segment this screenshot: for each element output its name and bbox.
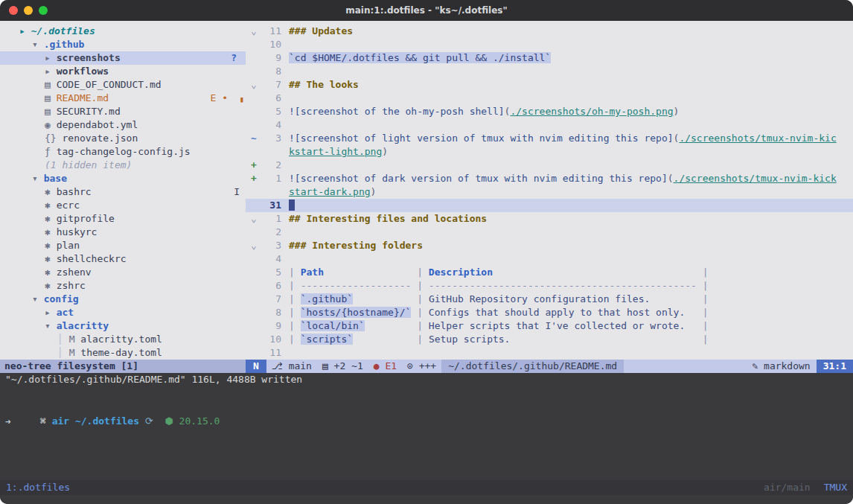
editor-line[interactable]: ⌄11### Updates (246, 25, 853, 38)
file-tree-pane: ▸ ~/.dotfiles▾ .github▸ screenshots?▸ wo… (0, 21, 246, 363)
code-token (324, 267, 411, 278)
line-number: 7 (262, 78, 281, 92)
close-button[interactable] (9, 6, 18, 15)
code-token: Setup scripts. (429, 334, 511, 345)
code-token: | (697, 280, 709, 291)
editor-line[interactable]: ⌄1## Interesting files and locations (246, 212, 853, 226)
cursor-position: 31:1 (817, 360, 853, 373)
tree-row[interactable]: ✱ ecrc (0, 199, 246, 212)
tree-row[interactable]: ▾ base (0, 172, 246, 185)
tree-row[interactable]: │ M alacritty.toml (0, 333, 246, 346)
editor-line[interactable]: 10 (246, 38, 853, 51)
gutter-space (246, 346, 262, 360)
editor-line[interactable]: kstart-light.png) (246, 145, 853, 159)
tree-row[interactable]: ▸ workflows (0, 65, 246, 78)
editor-line[interactable]: +2 (246, 159, 853, 172)
tree-row[interactable]: ▸ act (0, 306, 246, 319)
mode-indicator: N (246, 360, 266, 373)
statusline-extra: ⊙ +++ (402, 360, 441, 373)
git-diff: ▤ +2 ~1 (317, 360, 368, 373)
tree-row[interactable]: {} renovate.json (0, 132, 246, 145)
tree-row[interactable]: ▾ config (0, 293, 246, 306)
tree-row[interactable]: ▾ alacritty (0, 319, 246, 333)
tree-row[interactable]: ▸ screenshots? (0, 51, 246, 65)
editor-line[interactable]: 8 (246, 65, 853, 78)
line-number: 11 (262, 25, 281, 38)
tree-row[interactable]: ✱ bashrcI (0, 185, 246, 199)
gutter-space (246, 92, 262, 105)
buffer-icon: ▤ (322, 360, 328, 371)
line-number: 4 (262, 118, 281, 132)
git-sign-icon: + (246, 159, 262, 172)
git-status-badge: E • (211, 92, 228, 105)
tree-row[interactable]: ✱ gitprofile (0, 212, 246, 226)
code-token: | (411, 280, 428, 291)
tree-row[interactable]: ƒ tag-changelog-config.js (0, 145, 246, 159)
code-token: Description (429, 267, 493, 278)
line-number: 4 (262, 252, 281, 266)
editor-line[interactable]: +1![screenshot of dark version of tmux w… (246, 172, 853, 185)
tree-row[interactable]: ▸ ~/.dotfiles (0, 25, 246, 38)
editor-line[interactable]: 11 (246, 346, 853, 360)
git-sign-icon: ~ (246, 132, 262, 145)
prompt-arrow-icon[interactable]: ➜ (5, 415, 11, 429)
editor-line[interactable]: 8| `hosts/{hostname}/` | Configs that sh… (246, 306, 853, 319)
tree-row[interactable]: ◉ dependabot.yml (0, 118, 246, 132)
pencil-icon: ✎ (752, 360, 758, 371)
filetype: ✎ markdown (746, 360, 816, 373)
code-token: `cd $HOME/.dotfiles && git pull && ./ins… (289, 52, 551, 63)
editor-line[interactable]: 9`cd $HOME/.dotfiles && git pull && ./in… (246, 51, 853, 65)
editor-line[interactable]: 7| `.github` | GitHub Repository configu… (246, 293, 853, 306)
code-token: Path (301, 267, 324, 278)
tree-row[interactable]: ✱ plan (0, 239, 246, 252)
tree-row[interactable]: ▾ .github (0, 38, 246, 51)
tree-row[interactable]: ✱ huskyrc (0, 226, 246, 239)
line-number: 11 (262, 346, 281, 360)
line-number: 3 (262, 132, 281, 145)
editor-line[interactable]: 31 (246, 199, 853, 212)
gutter-space (246, 51, 262, 65)
branch-icon: ⎇ (272, 360, 283, 371)
editor-line[interactable]: 5![screenshot of the oh-my-posh shell](.… (246, 105, 853, 118)
tmux-window-tab[interactable]: 1:.dotfiles (6, 480, 70, 495)
editor-line[interactable]: 5| Path | Description | (246, 266, 853, 279)
minimize-button[interactable] (24, 6, 33, 15)
line-text: ![screenshot of the oh-my-posh shell](./… (289, 105, 679, 118)
shell-file-icon: ✱ (45, 226, 57, 237)
code-token (493, 267, 697, 278)
tree-row[interactable]: (1 hidden item) (0, 159, 246, 172)
tree-row[interactable]: ▤ CODE_OF_CONDUCT.md (0, 78, 246, 92)
editor-line[interactable]: ~3![screenshot of light version of tmux … (246, 132, 853, 145)
extra-text: +++ (419, 360, 436, 371)
editor-line[interactable]: ⌄3### Interesting folders (246, 239, 853, 252)
editor-line[interactable]: 4 (246, 118, 853, 132)
tree-item-label: gitprofile (57, 213, 115, 224)
tree-row[interactable]: ✱ zshenv (0, 266, 246, 279)
line-number: 7 (262, 293, 281, 306)
zoom-button[interactable] (39, 6, 48, 15)
editor-pane: ⌄11### Updates 10 9`cd $HOME/.dotfiles &… (246, 21, 853, 363)
code-token: | (289, 334, 301, 345)
tree-row[interactable]: ✱ shellcheckrc (0, 252, 246, 266)
editor-line[interactable]: 4 (246, 252, 853, 266)
code-token: Configs that should apply to that host o… (429, 307, 685, 318)
editor-line[interactable]: start-dark.png) (246, 185, 853, 199)
editor-line[interactable]: 6 (246, 92, 853, 105)
tree-row[interactable]: ▤ README.mdE •▮ (0, 92, 246, 105)
line-number: 8 (262, 65, 281, 78)
tree-row[interactable]: ▤ SECURITY.md (0, 105, 246, 118)
tree-row[interactable]: ✱ zshrc (0, 279, 246, 293)
code-token: | (289, 280, 301, 291)
tree-row[interactable]: │ M theme-day.toml (0, 346, 246, 360)
editor-line[interactable]: ⌄7## The looks (246, 78, 853, 92)
shell-file-icon: ✱ (45, 267, 57, 278)
editor-line[interactable]: 6| ------------------- | ---------------… (246, 279, 853, 293)
tree-item-label: bashrc (57, 186, 92, 197)
editor-line[interactable]: 10| `scripts` | Setup scripts. | (246, 333, 853, 346)
editor-line[interactable]: 9| `local/bin` | Helper scripts that I'v… (246, 319, 853, 333)
git-sign-icon: + (246, 172, 262, 185)
shell-file-icon: ✱ (45, 186, 57, 197)
gutter-space (246, 65, 262, 78)
editor-line[interactable]: 2 (246, 226, 853, 239)
code-token (365, 320, 412, 331)
